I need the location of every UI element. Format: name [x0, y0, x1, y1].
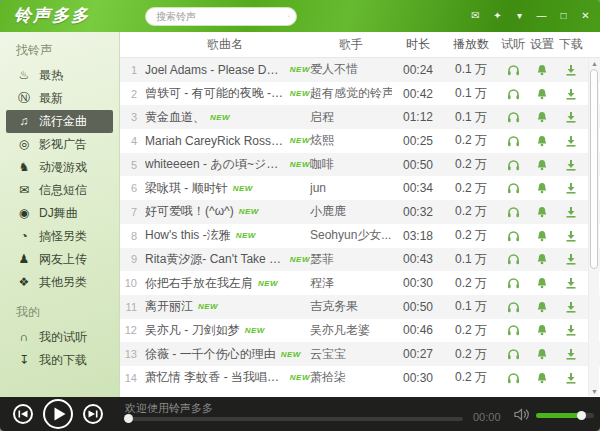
set-ringtone-button[interactable]: [528, 348, 556, 360]
table-row[interactable]: 14 萧忆情 李蚊香 - 当我唱起这首歌 NEW 萧拾柒 00:30 0.2 万: [120, 366, 600, 390]
set-ringtone-button[interactable]: [528, 111, 556, 123]
volume-icon[interactable]: [514, 408, 530, 421]
sidebar-item[interactable]: ◉ DJ舞曲: [6, 202, 113, 225]
table-row[interactable]: 9 Rita黄汐源- Can't Take My Ey... NEW 瑟菲 00…: [120, 248, 600, 272]
download-button[interactable]: [556, 301, 586, 313]
set-ringtone-button[interactable]: [528, 64, 556, 76]
listen-button[interactable]: [498, 253, 528, 265]
listen-button[interactable]: [498, 111, 528, 123]
sidebar-item[interactable]: ✉ 信息短信: [6, 179, 113, 202]
volume-slider[interactable]: [536, 413, 594, 418]
sidebar-item[interactable]: ♟ 网友上传: [6, 248, 113, 271]
listen-button[interactable]: [498, 182, 528, 194]
table-row[interactable]: 1 Joel Adams - Please Don't Go NEW 爱人不惜 …: [120, 58, 600, 82]
sidebar-item[interactable]: ❖ 其他另类: [6, 271, 113, 294]
download-button[interactable]: [556, 372, 586, 384]
search-icon[interactable]: [288, 10, 290, 23]
search-box[interactable]: [145, 7, 297, 26]
sidebar-item[interactable]: Ⓝ 最新: [6, 87, 113, 110]
window-control-button[interactable]: —: [535, 10, 548, 23]
table-row[interactable]: 4 Mariah CareyRick RossMeek... NEW 炫熙 00…: [120, 129, 600, 153]
window-control-button[interactable]: ▾: [513, 10, 526, 23]
sidebar-item[interactable]: ♨ 最热: [6, 64, 113, 87]
scrollbar-thumb[interactable]: [590, 69, 598, 269]
table-row[interactable]: 3 黄金血道、 NEW 启程 01:12 0.1 万: [120, 105, 600, 129]
listen-button[interactable]: [498, 135, 528, 147]
scrollbar-down-arrow[interactable]: ▼: [589, 387, 600, 396]
set-ringtone-button[interactable]: [528, 88, 556, 100]
window-control-button[interactable]: ✕: [579, 10, 592, 23]
sidebar-item[interactable]: ↧ 我的下载: [6, 349, 113, 372]
download-button[interactable]: [556, 88, 586, 100]
play-count: 0.2 万: [444, 369, 498, 386]
sidebar-item[interactable]: ♫ 流行金曲: [6, 110, 113, 133]
table-row[interactable]: 6 梁咏琪 - 顺时针 NEW jun 00:34 0.2 万: [120, 176, 600, 200]
previous-track-button[interactable]: [13, 404, 33, 424]
listen-button[interactable]: [498, 206, 528, 218]
set-ringtone-button[interactable]: [528, 277, 556, 289]
listen-button[interactable]: [498, 324, 528, 336]
download-button[interactable]: [556, 135, 586, 147]
window-control-button[interactable]: ✉: [469, 10, 482, 23]
listen-button[interactable]: [498, 64, 528, 76]
sidebar-item[interactable]: ♞ 动漫游戏: [6, 156, 113, 179]
time-display: 00:00: [473, 411, 501, 423]
listen-button[interactable]: [498, 159, 528, 171]
table-row[interactable]: 13 徐薇 - 一千个伤心的理由 NEW 云宝宝 00:27 0.2 万: [120, 342, 600, 366]
listen-button[interactable]: [498, 301, 528, 313]
download-button[interactable]: [556, 111, 586, 123]
download-button[interactable]: [556, 277, 586, 289]
listen-button[interactable]: [498, 372, 528, 384]
set-ringtone-button[interactable]: [528, 182, 556, 194]
window-control-button[interactable]: ✦: [491, 10, 504, 23]
set-ringtone-button[interactable]: [528, 253, 556, 265]
scrollbar-up-arrow[interactable]: ▲: [589, 59, 600, 68]
table-row[interactable]: 12 吴亦凡 - 刀剑如梦 NEW 吴亦凡老婆 00:46 0.2 万: [120, 319, 600, 343]
row-number: 14: [120, 372, 140, 384]
sidebar-item[interactable]: ∩ 我的试听: [6, 326, 113, 349]
singer-name: 萧拾柒: [310, 369, 392, 386]
set-ringtone-button[interactable]: [528, 206, 556, 218]
headphone-icon: [507, 64, 520, 76]
listen-button[interactable]: [498, 230, 528, 242]
table-row[interactable]: 11 离开丽江 NEW 吉克务果 00:50 0.1 万: [120, 295, 600, 319]
download-button[interactable]: [556, 159, 586, 171]
play-button[interactable]: [43, 399, 73, 429]
set-ringtone-button[interactable]: [528, 372, 556, 384]
download-button[interactable]: [556, 182, 586, 194]
table-row[interactable]: 2 曾轶可 - 有可能的夜晚 - 铃声版 NEW 超有感觉的铃声 00:42 0…: [120, 82, 600, 106]
download-button[interactable]: [556, 64, 586, 76]
table-row[interactable]: 10 你把右手放在我左肩 NEW 程泽 00:30 0.2 万: [120, 271, 600, 295]
table-row[interactable]: 7 好可爱哦！(^ω^) NEW 小鹿鹿 00:32 0.2 万: [120, 200, 600, 224]
set-ringtone-button[interactable]: [528, 135, 556, 147]
download-button[interactable]: [556, 206, 586, 218]
listen-button[interactable]: [498, 277, 528, 289]
progress-bar[interactable]: [125, 417, 463, 421]
sidebar-item-icon: ❖: [16, 271, 32, 294]
search-input[interactable]: [156, 11, 288, 22]
sidebar-find-items: ♨ 最热 Ⓝ 最新 ♫ 流行金曲 ◎ 影视广告: [0, 64, 119, 294]
set-ringtone-button[interactable]: [528, 230, 556, 242]
set-ringtone-button[interactable]: [528, 324, 556, 336]
set-ringtone-button[interactable]: [528, 301, 556, 313]
sidebar-item-icon: ♨: [16, 64, 32, 87]
table-row[interactable]: 5 whiteeeen - あの頃~ジンジン... NEW 咖啡 00:50 0…: [120, 153, 600, 177]
sidebar-item[interactable]: ◔ 搞怪另类: [6, 225, 113, 248]
download-button[interactable]: [556, 348, 586, 360]
listen-button[interactable]: [498, 348, 528, 360]
volume-knob[interactable]: [577, 411, 586, 420]
window-control-button[interactable]: □: [557, 10, 570, 23]
set-ringtone-button[interactable]: [528, 159, 556, 171]
table-row[interactable]: 8 How's this -泫雅 NEW Seohyun少女... 03:18 …: [120, 224, 600, 248]
next-track-button[interactable]: [83, 404, 103, 424]
scrollbar[interactable]: ▲ ▼: [588, 59, 599, 396]
download-button[interactable]: [556, 324, 586, 336]
sidebar-item-label: 我的下载: [39, 349, 87, 372]
progress-knob[interactable]: [124, 414, 133, 423]
listen-button[interactable]: [498, 88, 528, 100]
sidebar-item-icon: ◉: [16, 202, 32, 225]
download-button[interactable]: [556, 253, 586, 265]
download-button[interactable]: [556, 230, 586, 242]
song-name: 萧忆情 李蚊香 - 当我唱起这首歌: [145, 369, 285, 386]
sidebar-item[interactable]: ◎ 影视广告: [6, 133, 113, 156]
